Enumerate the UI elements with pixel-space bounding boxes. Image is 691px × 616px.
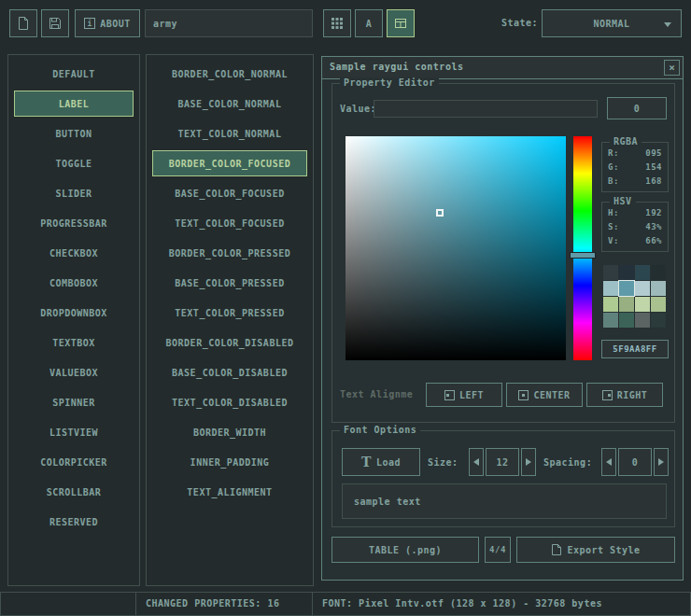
sv-marker[interactable] bbox=[436, 209, 444, 217]
align-center-icon bbox=[518, 390, 529, 400]
right-arrow-icon bbox=[526, 458, 531, 466]
control-item-valuebox[interactable]: VALUEBOX bbox=[14, 359, 134, 385]
align-right-label: RIGHT bbox=[617, 390, 648, 400]
palette-swatch[interactable] bbox=[635, 281, 650, 296]
control-item-progressbar[interactable]: PROGRESSBAR bbox=[14, 210, 134, 236]
align-left-button[interactable]: LEFT bbox=[426, 383, 502, 407]
control-item-label[interactable]: LABEL bbox=[14, 91, 134, 117]
r-value: 095 bbox=[645, 147, 662, 161]
export-style-button[interactable]: Export Style bbox=[516, 537, 675, 563]
font-atlas-button[interactable]: A bbox=[355, 9, 383, 37]
value-input[interactable] bbox=[374, 100, 598, 118]
control-item-reserved[interactable]: RESERVED bbox=[14, 509, 134, 535]
palette-swatch[interactable] bbox=[651, 313, 666, 328]
control-item-textbox[interactable]: TEXTBOX bbox=[14, 329, 134, 356]
sample-text-box[interactable]: sample text bbox=[342, 483, 667, 519]
align-center-button[interactable]: CENTER bbox=[506, 383, 583, 407]
export-style-label: Export Style bbox=[567, 545, 640, 555]
load-font-button[interactable]: T Load bbox=[342, 448, 420, 476]
value-spinbox[interactable]: 0 bbox=[607, 97, 667, 119]
close-icon: × bbox=[669, 62, 675, 74]
palette-swatch[interactable] bbox=[603, 281, 618, 296]
property-item-text_color_normal[interactable]: TEXT_COLOR_NORMAL bbox=[152, 120, 307, 147]
property-item-text_color_focused[interactable]: TEXT_COLOR_FOCUSED bbox=[152, 210, 307, 236]
property-item-border_color_focused[interactable]: BORDER_COLOR_FOCUSED bbox=[152, 150, 307, 176]
hue-slider[interactable] bbox=[570, 252, 596, 259]
size-decrement-button[interactable] bbox=[469, 448, 484, 476]
palette-swatch[interactable] bbox=[635, 313, 650, 328]
spacing-label: Spacing: bbox=[543, 457, 592, 468]
property-item-base_color_normal[interactable]: BASE_COLOR_NORMAL bbox=[152, 91, 307, 117]
property-item-base_color_disabled[interactable]: BASE_COLOR_DISABLED bbox=[152, 359, 307, 385]
size-value-box[interactable]: 12 bbox=[486, 448, 519, 476]
sv-picker[interactable] bbox=[346, 136, 566, 360]
property-item-text_color_disabled[interactable]: TEXT_COLOR_DISABLED bbox=[152, 389, 307, 415]
style-name-input[interactable] bbox=[145, 9, 313, 37]
palette-swatch[interactable] bbox=[619, 265, 634, 280]
palette-swatch[interactable] bbox=[603, 297, 618, 312]
property-item-inner_padding[interactable]: INNER_PADDING bbox=[152, 449, 307, 475]
control-item-default[interactable]: DEFAULT bbox=[14, 61, 134, 87]
control-item-spinner[interactable]: SPINNER bbox=[14, 389, 134, 415]
b-value: 168 bbox=[645, 175, 662, 189]
palette-swatch[interactable] bbox=[635, 297, 650, 312]
chevron-down-icon bbox=[664, 22, 671, 27]
align-right-icon bbox=[602, 390, 613, 400]
palette-swatch[interactable] bbox=[619, 281, 634, 296]
palette-swatch[interactable] bbox=[619, 313, 634, 328]
control-item-slider[interactable]: SLIDER bbox=[14, 180, 134, 206]
style-table-button[interactable] bbox=[387, 9, 415, 37]
spacing-value-box[interactable]: 0 bbox=[618, 448, 652, 476]
property-item-base_color_focused[interactable]: BASE_COLOR_FOCUSED bbox=[152, 180, 307, 206]
spacing-decrement-button[interactable] bbox=[601, 448, 616, 476]
palette-swatch[interactable] bbox=[619, 297, 634, 312]
export-file-icon bbox=[551, 543, 562, 556]
property-item-text_alignment[interactable]: TEXT_ALIGNMENT bbox=[152, 479, 307, 505]
palette-swatch[interactable] bbox=[651, 297, 666, 312]
palette-swatch[interactable] bbox=[651, 265, 666, 280]
sample-window: Sample raygui controls × Property Editor… bbox=[321, 56, 684, 581]
palette-swatch[interactable] bbox=[603, 313, 618, 328]
palette-swatch[interactable] bbox=[603, 265, 618, 280]
window-titlebar[interactable]: Sample raygui controls × bbox=[322, 57, 683, 79]
align-right-button[interactable]: RIGHT bbox=[586, 383, 663, 407]
page-indicator[interactable]: 4/4 bbox=[485, 537, 511, 563]
new-style-button[interactable] bbox=[9, 9, 37, 37]
window-title: Sample raygui controls bbox=[330, 57, 463, 77]
rgba-label: RGBA bbox=[610, 136, 642, 147]
status-changed-properties: CHANGED PROPERTIES: 16 bbox=[135, 592, 313, 616]
control-item-listview[interactable]: LISTVIEW bbox=[14, 419, 134, 445]
control-item-colorpicker[interactable]: COLORPICKER bbox=[14, 449, 134, 475]
hex-value-box[interactable]: 5F9AA8FF bbox=[601, 340, 669, 358]
control-item-toggle[interactable]: TOGGLE bbox=[14, 150, 134, 176]
control-item-checkbox[interactable]: CHECKBOX bbox=[14, 240, 134, 266]
table-export-button[interactable]: TABLE (.png) bbox=[331, 537, 479, 563]
hsv-box: HSV H: 192 S: 43% V: 66% bbox=[601, 202, 669, 252]
control-item-dropdownbox[interactable]: DROPDOWNBOX bbox=[14, 300, 134, 326]
hue-bar[interactable] bbox=[573, 136, 592, 360]
about-button[interactable]: i ABOUT bbox=[75, 9, 140, 37]
grid-view-button[interactable] bbox=[323, 9, 351, 37]
control-item-scrollbar[interactable]: SCROLLBAR bbox=[14, 479, 134, 505]
align-left-icon bbox=[444, 390, 455, 400]
property-item-base_color_pressed[interactable]: BASE_COLOR_PRESSED bbox=[152, 270, 307, 296]
close-button[interactable]: × bbox=[664, 60, 680, 76]
property-item-border_color_disabled[interactable]: BORDER_COLOR_DISABLED bbox=[152, 329, 307, 356]
text-alignment-label: Text Alignme bbox=[340, 389, 424, 399]
property-item-border_width[interactable]: BORDER_WIDTH bbox=[152, 419, 307, 445]
palette-swatch[interactable] bbox=[635, 265, 650, 280]
state-dropdown[interactable]: NORMAL bbox=[542, 9, 682, 37]
property-item-border_color_normal[interactable]: BORDER_COLOR_NORMAL bbox=[152, 61, 307, 87]
control-item-button[interactable]: BUTTON bbox=[14, 120, 134, 147]
palette-swatch[interactable] bbox=[651, 281, 666, 296]
property-item-text_color_pressed[interactable]: TEXT_COLOR_PRESSED bbox=[152, 300, 307, 326]
save-style-button[interactable] bbox=[41, 9, 69, 37]
font-options-group: Font Options T Load Size: 12 Spacing: 0 … bbox=[331, 430, 675, 527]
property-item-border_color_pressed[interactable]: BORDER_COLOR_PRESSED bbox=[152, 240, 307, 266]
control-item-combobox[interactable]: COMBOBOX bbox=[14, 270, 134, 296]
size-increment-button[interactable] bbox=[521, 448, 536, 476]
spacing-increment-button[interactable] bbox=[654, 448, 669, 476]
s-value: 43% bbox=[645, 220, 662, 234]
table-export-label: TABLE (.png) bbox=[369, 545, 442, 555]
property-editor-label: Property Editor bbox=[340, 77, 439, 88]
